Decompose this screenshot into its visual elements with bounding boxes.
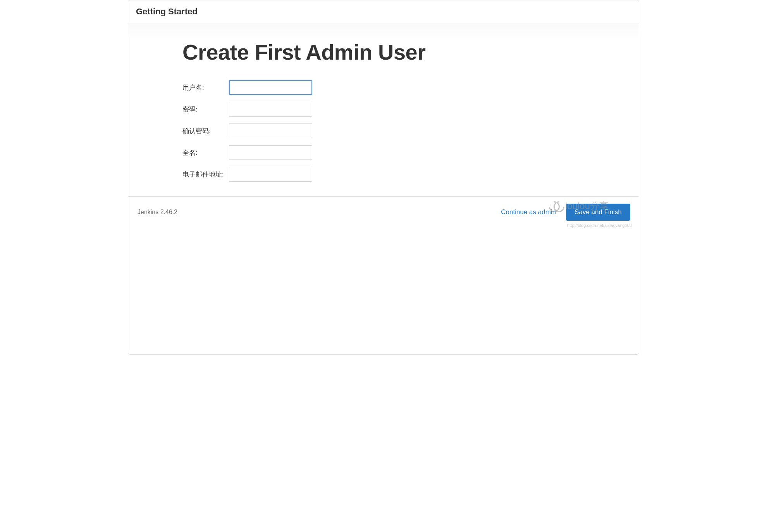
footer-actions: Continue as admin Save and Finish xyxy=(499,204,630,221)
header: Getting Started xyxy=(128,0,639,24)
form-row-confirm-password: 确认密码: xyxy=(182,124,616,138)
password-label: 密码: xyxy=(182,105,229,114)
fullname-input[interactable] xyxy=(229,145,312,160)
admin-user-form: 用户名: 密码: 确认密码: 全名: 电子邮件地址: xyxy=(182,80,616,182)
save-and-finish-button[interactable]: Save and Finish xyxy=(566,204,630,221)
confirm-password-input[interactable] xyxy=(229,124,312,138)
header-title: Getting Started xyxy=(136,7,632,17)
form-row-password: 密码: xyxy=(182,102,616,117)
content-area: Create First Admin User 用户名: 密码: 确认密码: 全… xyxy=(128,24,639,196)
email-label: 电子邮件地址: xyxy=(182,170,229,179)
version-text: Jenkins 2.46.2 xyxy=(138,209,177,216)
password-input[interactable] xyxy=(229,102,312,117)
username-input[interactable] xyxy=(229,80,312,95)
page-heading: Create First Admin User xyxy=(182,39,616,65)
form-row-fullname: 全名: xyxy=(182,145,616,160)
username-label: 用户名: xyxy=(182,83,229,92)
footer: Jenkins 2.46.2 Continue as admin Save an… xyxy=(128,196,639,228)
continue-as-admin-link[interactable]: Continue as admin xyxy=(499,205,557,219)
email-input[interactable] xyxy=(229,167,312,182)
form-row-username: 用户名: xyxy=(182,80,616,95)
confirm-password-label: 确认密码: xyxy=(182,127,229,136)
form-row-email: 电子邮件地址: xyxy=(182,167,616,182)
fullname-label: 全名: xyxy=(182,148,229,157)
